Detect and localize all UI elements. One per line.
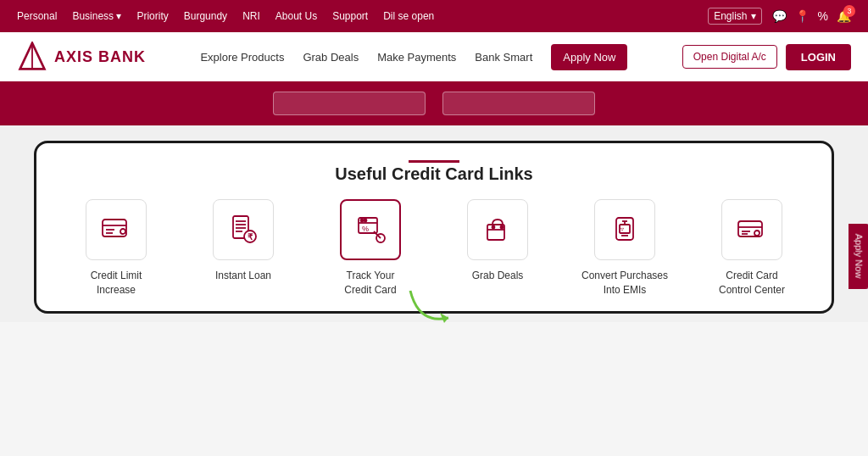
nav-support[interactable]: Support — [332, 10, 368, 22]
main-nav-links: Explore Products Grab Deals Make Payment… — [200, 44, 627, 70]
track-card-label: Track YourCredit Card — [344, 269, 396, 298]
main-nav-right: Open Digital A/c LOGIN — [682, 44, 851, 70]
track-card-icon-box: % — [340, 199, 401, 260]
nav-nri[interactable]: NRI — [242, 10, 260, 22]
main-content: Useful Credit Card Links Credit LimitInc… — [0, 125, 868, 322]
list-item[interactable]: Credit LimitIncrease — [57, 199, 175, 298]
svg-point-24 — [501, 226, 504, 229]
svg-point-16 — [361, 220, 364, 222]
whatsapp-icon[interactable]: 💬 — [772, 9, 787, 23]
title-divider — [409, 160, 459, 163]
nav-about-us[interactable]: About Us — [275, 10, 317, 22]
credit-limit-icon — [99, 213, 133, 247]
instant-loan-label: Instant Loan — [215, 269, 271, 283]
grab-deals-label: Grab Deals — [472, 269, 524, 283]
nav-burgundy[interactable]: Burgundy — [184, 10, 227, 22]
notification-badge-count: 3 — [843, 5, 855, 17]
hero-input-1[interactable] — [273, 92, 426, 115]
nav-explore-products[interactable]: Explore Products — [200, 51, 284, 64]
control-center-icon — [735, 213, 769, 247]
apply-now-button[interactable]: Apply Now — [551, 44, 627, 70]
hero-input-2[interactable] — [442, 92, 595, 115]
control-center-icon-box — [721, 199, 782, 260]
nav-priority[interactable]: Priority — [136, 10, 168, 22]
svg-text:%: % — [362, 225, 369, 233]
top-nav: Personal Business ▾ Priority Burgundy NR… — [0, 0, 868, 32]
svg-point-31 — [754, 231, 760, 236]
nav-bank-smart[interactable]: Bank Smart — [475, 51, 532, 64]
svg-point-17 — [364, 220, 367, 222]
grab-deals-icon — [481, 213, 515, 247]
notification-icon[interactable]: 🔔 3 — [837, 9, 851, 23]
useful-links-title: Useful Credit Card Links — [57, 164, 811, 184]
nav-business[interactable]: Business ▾ — [72, 10, 121, 22]
hero-strip — [0, 81, 868, 125]
credit-limit-label: Credit LimitIncrease — [91, 269, 142, 298]
arrow-indicator — [402, 282, 470, 336]
top-nav-links: Personal Business ▾ Priority Burgundy NR… — [17, 10, 434, 22]
language-button[interactable]: English ▾ — [708, 8, 761, 25]
credit-limit-icon-box — [86, 199, 147, 260]
svg-point-4 — [120, 229, 125, 234]
top-icons: 💬 📍 % 🔔 3 — [772, 9, 851, 23]
nav-dil-se-open[interactable]: Dil se open — [383, 10, 434, 22]
emi-icon-box: ▿ — [594, 199, 655, 260]
svg-text:▿: ▿ — [620, 225, 624, 233]
main-nav: AXIS BANK Explore Products Grab Deals Ma… — [0, 32, 868, 81]
side-apply-tab[interactable]: Apply Now — [849, 224, 868, 289]
emi-icon: ▿ — [608, 213, 642, 247]
percent-icon[interactable]: % — [818, 9, 828, 23]
open-digital-button[interactable]: Open Digital A/c — [682, 45, 777, 69]
nav-personal[interactable]: Personal — [17, 10, 57, 22]
nav-grab-deals[interactable]: Grab Deals — [303, 51, 359, 64]
svg-point-23 — [492, 226, 495, 229]
svg-text:₹: ₹ — [248, 232, 253, 242]
logo-area: AXIS BANK — [17, 42, 146, 72]
axis-bank-logo-icon — [17, 42, 47, 72]
list-item[interactable]: ₹ Instant Loan — [184, 199, 303, 298]
control-center-label: Credit CardControl Center — [719, 269, 785, 298]
instant-loan-icon: ₹ — [226, 213, 260, 247]
nav-make-payments[interactable]: Make Payments — [377, 51, 456, 64]
language-label: English — [714, 10, 747, 22]
top-nav-right: English ▾ 💬 📍 % 🔔 3 — [708, 8, 851, 25]
track-card-icon: % — [353, 213, 387, 247]
location-icon[interactable]: 📍 — [795, 9, 810, 23]
emi-label: Convert PurchasesInto EMIs — [581, 269, 668, 298]
logo-text: AXIS BANK — [54, 48, 146, 66]
svg-point-20 — [376, 234, 385, 242]
instant-loan-icon-box: ₹ — [213, 199, 274, 260]
useful-links-card: Useful Credit Card Links Credit LimitInc… — [34, 141, 834, 314]
grab-deals-icon-box — [467, 199, 528, 260]
login-button[interactable]: LOGIN — [786, 44, 851, 70]
list-item[interactable]: ▿ Convert PurchasesInto EMIs — [565, 199, 684, 298]
list-item[interactable]: Credit CardControl Center — [693, 199, 811, 298]
